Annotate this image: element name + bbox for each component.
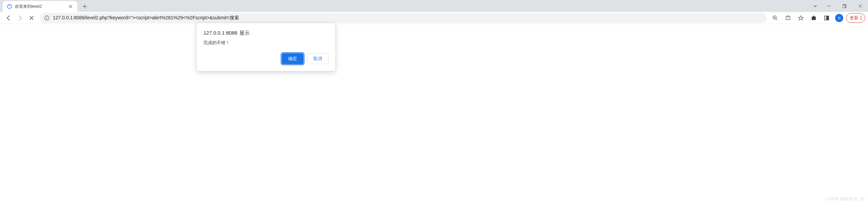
dialog-footer: 确定 取消 bbox=[203, 53, 329, 64]
watermark: CSDN @奈何@_@ bbox=[826, 196, 865, 202]
title-bar: 欢迎来到level2 bbox=[0, 0, 868, 12]
dialog-message: 完成的不错！ bbox=[203, 40, 329, 46]
dialog-says: 显示 bbox=[239, 30, 250, 36]
browser-toolbar: 127.0.0.1:8088/level2.php?keyword="><scr… bbox=[0, 12, 868, 24]
new-tab-button[interactable] bbox=[80, 2, 90, 11]
update-button[interactable]: 更新 bbox=[846, 13, 865, 23]
minimize-button[interactable] bbox=[821, 0, 837, 12]
dialog-header: 127.0.0.1:8088 显示 bbox=[203, 30, 329, 36]
toolbar-right: n 更新 bbox=[769, 12, 865, 24]
active-tab[interactable]: 欢迎来到level2 bbox=[3, 1, 77, 12]
back-button[interactable] bbox=[3, 12, 14, 24]
svg-rect-8 bbox=[827, 16, 829, 20]
profile-avatar[interactable]: n bbox=[835, 14, 843, 22]
share-icon[interactable] bbox=[782, 12, 794, 24]
ok-button[interactable]: 确定 bbox=[282, 53, 303, 64]
svg-point-4 bbox=[46, 17, 47, 17]
tab-favicon-icon bbox=[7, 4, 12, 9]
address-bar[interactable]: 127.0.0.1:8088/level2.php?keyword="><scr… bbox=[40, 13, 767, 23]
forward-button[interactable] bbox=[14, 12, 26, 24]
update-label: 更新 bbox=[850, 15, 859, 21]
menu-dots-icon bbox=[861, 16, 862, 20]
cancel-button[interactable]: 取消 bbox=[307, 53, 329, 64]
profile-letter: n bbox=[838, 15, 840, 20]
zoom-icon[interactable] bbox=[769, 12, 781, 24]
site-info-icon[interactable] bbox=[44, 15, 50, 21]
close-icon[interactable] bbox=[68, 4, 73, 9]
window-controls bbox=[809, 0, 868, 12]
maximize-button[interactable] bbox=[837, 0, 852, 12]
reading-list-icon[interactable] bbox=[821, 12, 832, 24]
svg-point-0 bbox=[7, 4, 12, 8]
close-window-button[interactable] bbox=[852, 0, 868, 12]
stop-button[interactable] bbox=[26, 12, 37, 24]
url-text: 127.0.0.1:8088/level2.php?keyword="><scr… bbox=[53, 15, 763, 21]
svg-rect-5 bbox=[46, 18, 47, 19]
svg-rect-2 bbox=[843, 5, 845, 8]
content-area: 127.0.0.1:8088 显示 完成的不错！ 确定 取消 CSDN @奈何@… bbox=[0, 24, 868, 204]
dialog-origin: 127.0.0.1:8088 bbox=[203, 30, 237, 36]
extensions-icon[interactable] bbox=[808, 12, 820, 24]
chevron-down-icon[interactable] bbox=[809, 0, 821, 12]
svg-rect-7 bbox=[825, 16, 826, 20]
tab-title: 欢迎来到level2 bbox=[15, 4, 68, 10]
alert-dialog: 127.0.0.1:8088 显示 完成的不错！ 确定 取消 bbox=[196, 23, 336, 71]
bookmark-icon[interactable] bbox=[795, 12, 807, 24]
